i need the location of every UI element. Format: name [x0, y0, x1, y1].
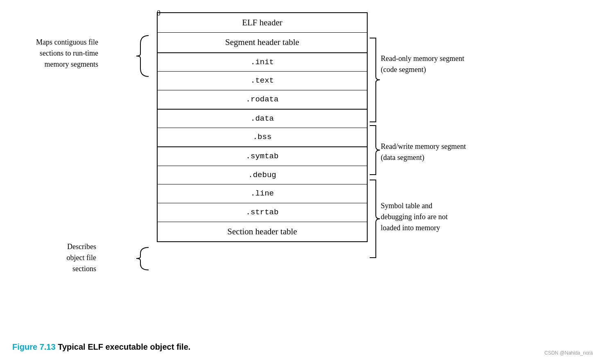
left-annotation-top: Maps contiguous file sections to run-tim… [8, 37, 98, 70]
watermark: CSDN @Nahida_nora [545, 350, 593, 356]
left-brace-bottom-icon [99, 245, 157, 272]
row-strtab: .strtab [158, 203, 367, 222]
elf-table: ELF header Segment header table .init .t… [157, 12, 368, 242]
row-line: .line [158, 184, 367, 203]
row-symtab: .symtab [158, 147, 367, 166]
right-bracket-code-icon [368, 36, 384, 124]
row-bss: .bss [158, 128, 367, 147]
left-annotation-bottom: Describes object file sections [14, 241, 96, 274]
right-annotation-data: Read/write memory segment (data segment) [381, 141, 466, 163]
left-brace-top-icon [99, 34, 157, 79]
row-text: .text [158, 72, 367, 90]
main-container: 0 ELF header Segment header table .init … [0, 0, 601, 364]
figure-text: Typical ELF executable object file. [58, 342, 190, 351]
figure-caption: Figure 7.13 Typical ELF executable objec… [12, 342, 190, 352]
row-debug: .debug [158, 166, 367, 185]
row-init: .init [158, 53, 367, 72]
row-section-header-table: Section header table [158, 222, 367, 241]
row-data: .data [158, 110, 367, 128]
figure-label: Figure 7.13 [12, 342, 56, 351]
right-annotation-code: Read-only memory segment (code segment) [381, 53, 464, 75]
right-annotation-symbol: Symbol table and debugging info are not … [381, 200, 447, 234]
row-segment-header-table: Segment header table [158, 33, 367, 53]
row-elf-header: ELF header [158, 13, 367, 33]
row-rodata: .rodata [158, 90, 367, 110]
